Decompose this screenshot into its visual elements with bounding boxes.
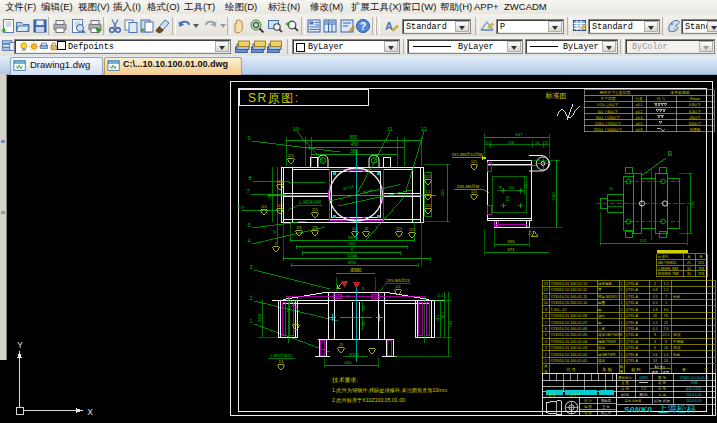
svg-text:7.6: 7.6 bbox=[664, 327, 669, 331]
svg-text:315以上1000以下: 315以上1000以下 bbox=[594, 128, 623, 132]
svg-text:22: 22 bbox=[664, 321, 668, 325]
svg-text:序: 序 bbox=[544, 365, 548, 369]
svg-text:12: 12 bbox=[421, 126, 427, 132]
svg-text:QT35-A: QT35-A bbox=[626, 308, 639, 312]
svg-text:13.5: 13.5 bbox=[425, 204, 431, 208]
svg-text:图 号: 图 号 bbox=[658, 376, 667, 380]
svg-text:150: 150 bbox=[506, 196, 510, 202]
svg-text:更改: 更改 bbox=[549, 392, 556, 397]
svg-text:上盖: 上盖 bbox=[598, 327, 606, 331]
svg-text:2: 2 bbox=[621, 340, 623, 344]
svg-text:QT35-A: QT35-A bbox=[626, 301, 639, 305]
svg-text:12.5: 12.5 bbox=[312, 208, 318, 212]
svg-text:标准孔: 标准孔 bbox=[657, 254, 669, 259]
svg-text:40: 40 bbox=[273, 230, 277, 234]
svg-text:左: 左 bbox=[241, 205, 245, 210]
svg-text:1: 1 bbox=[621, 288, 623, 292]
svg-text:T.JI4—12: T.JI4—12 bbox=[551, 308, 567, 312]
svg-text:8: 8 bbox=[249, 175, 252, 181]
svg-text:1.2: 1.2 bbox=[664, 282, 669, 286]
svg-text:450: 450 bbox=[440, 189, 445, 197]
svg-text:90: 90 bbox=[536, 141, 540, 145]
svg-text:油标: 油标 bbox=[598, 314, 606, 318]
svg-text:12.5: 12.5 bbox=[352, 227, 358, 231]
svg-text:3.5: 3.5 bbox=[653, 301, 658, 305]
svg-text:565: 565 bbox=[348, 241, 356, 246]
svg-text:175: 175 bbox=[312, 226, 318, 230]
svg-text:380: 380 bbox=[350, 149, 358, 154]
svg-text:上海松科: 上海松科 bbox=[658, 403, 697, 414]
svg-text:1: 1 bbox=[621, 333, 623, 337]
svg-text:2: 2 bbox=[654, 282, 656, 286]
svg-text:180: 180 bbox=[449, 321, 453, 327]
svg-text:Φ980: Φ980 bbox=[350, 268, 362, 273]
svg-text:2X5-M5深25: 2X5-M5深25 bbox=[386, 278, 410, 283]
svg-text:2014-6-20: 2014-6-20 bbox=[686, 393, 702, 397]
svg-text:255: 255 bbox=[507, 239, 515, 244]
svg-text:YZ3010.10.100.01.00: YZ3010.10.100.01.00 bbox=[680, 376, 709, 380]
svg-text:YZ3010.10.100.01-03: YZ3010.10.100.01-03 bbox=[551, 346, 588, 350]
svg-text:YZ3010.10.100.01-10: YZ3010.10.100.01-10 bbox=[551, 301, 588, 305]
svg-text:2: 2 bbox=[250, 295, 253, 301]
svg-text:5.5: 5.5 bbox=[653, 321, 658, 325]
svg-text:公差: 公差 bbox=[635, 96, 643, 101]
svg-text:YZ3010.10.100.01-12: YZ3010.10.100.01-12 bbox=[551, 288, 588, 292]
svg-text:12.5: 12.5 bbox=[409, 228, 415, 232]
svg-text:0.8以下: 0.8以下 bbox=[689, 103, 702, 107]
svg-text:张 号: 张 号 bbox=[658, 387, 667, 391]
svg-text:1.5: 1.5 bbox=[426, 190, 431, 194]
svg-text:5X5: 5X5 bbox=[698, 261, 704, 265]
svg-text:QT35-A: QT35-A bbox=[626, 282, 639, 286]
svg-text:QT35-A: QT35-A bbox=[626, 333, 639, 337]
svg-text:名 称: 名 称 bbox=[658, 381, 667, 385]
svg-text:41.5: 41.5 bbox=[436, 315, 440, 322]
svg-text:58: 58 bbox=[524, 184, 528, 188]
svg-text:1: 1 bbox=[250, 318, 253, 324]
svg-text:11: 11 bbox=[544, 295, 548, 299]
svg-text:2: 2 bbox=[275, 242, 277, 246]
svg-text:齿轮: 齿轮 bbox=[598, 346, 606, 350]
svg-text:4: 4 bbox=[248, 238, 251, 244]
svg-text:6: 6 bbox=[545, 327, 547, 331]
svg-text:名 称: 名 称 bbox=[602, 367, 612, 372]
svg-text:94.5: 94.5 bbox=[441, 312, 445, 319]
svg-text:2: 2 bbox=[621, 353, 623, 357]
svg-text:2: 2 bbox=[545, 353, 547, 357]
svg-text:947: 947 bbox=[515, 132, 523, 137]
svg-text:5: 5 bbox=[362, 287, 364, 291]
svg-text:12.5: 12.5 bbox=[396, 227, 402, 231]
svg-text:QT35-A: QT35-A bbox=[626, 346, 639, 350]
svg-text:3K设: 3K设 bbox=[673, 345, 681, 350]
svg-text:总重: 总重 bbox=[662, 370, 670, 374]
svg-text:QT35-A: QT35-A bbox=[626, 353, 639, 357]
svg-text:90: 90 bbox=[362, 322, 366, 326]
svg-text:备: 备 bbox=[682, 367, 686, 372]
svg-text:YZ3010.10.100.01-02: YZ3010.10.100.01-02 bbox=[551, 353, 588, 357]
svg-text:25以下: 25以下 bbox=[689, 116, 701, 120]
svg-text:A顿 重量: A顿 重量 bbox=[654, 365, 665, 369]
svg-text:代 号: 代 号 bbox=[657, 97, 666, 101]
svg-text:13: 13 bbox=[294, 320, 298, 324]
svg-text:第1张: 第1张 bbox=[639, 393, 648, 397]
svg-text:13: 13 bbox=[544, 282, 548, 286]
svg-text:±0.5: ±0.5 bbox=[636, 122, 643, 126]
svg-text:1.此件为铸钢件,残缺处须修补,未注圆角直角10mm.: 1.此件为铸钢件,残缺处须修补,未注圆角直角10mm. bbox=[332, 387, 448, 394]
svg-text:Φ238: Φ238 bbox=[258, 314, 262, 322]
svg-text:YZ3010.10.100.01-06: YZ3010.10.100.01-06 bbox=[551, 327, 588, 331]
svg-text:1: 1 bbox=[621, 301, 623, 305]
svg-text:SR原图:: SR原图: bbox=[248, 91, 300, 105]
svg-text:1: 1 bbox=[621, 321, 623, 325]
svg-text:4: 4 bbox=[545, 340, 547, 344]
svg-text:1: 1 bbox=[621, 346, 623, 350]
svg-text:12.5: 12.5 bbox=[471, 160, 477, 164]
svg-text:设 计: 设 计 bbox=[584, 398, 592, 403]
svg-text:Φ326: Φ326 bbox=[349, 352, 360, 357]
svg-text:2X1-M5深10深M: 2X1-M5深10深M bbox=[451, 152, 483, 157]
svg-text:10: 10 bbox=[544, 301, 548, 305]
svg-text:制 图: 制 图 bbox=[584, 405, 592, 409]
svg-text:外购: 外购 bbox=[673, 294, 681, 299]
svg-text:1-M3深M20: 1-M3深M20 bbox=[270, 353, 293, 358]
svg-text:12.5: 12.5 bbox=[471, 190, 477, 194]
svg-text:2X6-M5深M: 2X6-M5深M bbox=[457, 184, 480, 189]
svg-text:5: 5 bbox=[248, 222, 251, 228]
